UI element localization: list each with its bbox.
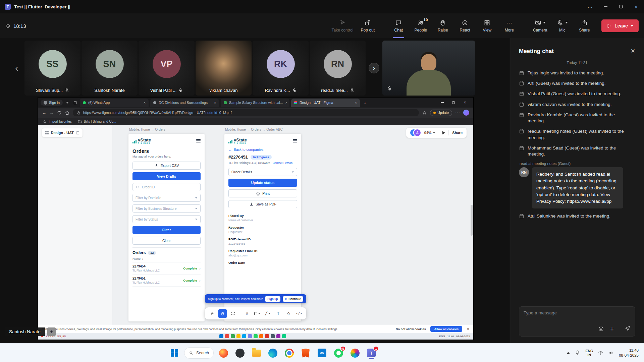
taskbar-app-colorball[interactable] — [348, 346, 362, 360]
browser-tab[interactable]: (6) WhatsApp × — [80, 99, 149, 107]
raise-hand-button[interactable]: Raise — [432, 13, 454, 38]
app-icon[interactable] — [259, 334, 263, 338]
pop-out-button[interactable]: Pop out — [357, 13, 379, 38]
move-tool-button[interactable] — [208, 309, 217, 318]
hamburger-menu-icon[interactable] — [196, 138, 201, 142]
favorite-star-icon[interactable] — [422, 110, 427, 115]
tab-close-icon[interactable]: × — [355, 101, 357, 105]
take-control-button[interactable]: Take control — [328, 13, 357, 38]
tray-expand-icon[interactable] — [567, 352, 570, 354]
chat-input-box[interactable]: + — [519, 306, 635, 337]
frame-label[interactable]: Mobile: Home → Orders → Order ABC — [225, 128, 283, 131]
import-favorites-button[interactable]: Import favorites — [43, 119, 72, 124]
taskbar-app-teams[interactable]: T 1 — [365, 346, 378, 360]
app-icon[interactable] — [231, 334, 235, 338]
people-button[interactable]: 10 People — [410, 13, 432, 38]
browser-minimize-button[interactable] — [436, 98, 448, 108]
mic-button[interactable]: Mic — [551, 13, 573, 38]
browser-tab-active[interactable]: Design - UAT - Figma × — [291, 99, 360, 107]
participant-tile[interactable]: RK Ravindra K... — [253, 41, 309, 96]
app-icon[interactable] — [271, 334, 275, 338]
participant-tile[interactable]: RN read.ai mee... — [310, 41, 366, 96]
leave-dropdown-chevron-icon[interactable] — [631, 25, 633, 27]
participant-tile[interactable]: VP Vishal Patil ... — [139, 41, 195, 96]
browser-update-button[interactable]: Update — [430, 110, 452, 116]
tray-mic-icon[interactable] — [575, 350, 580, 356]
tab-close-icon[interactable]: × — [285, 101, 287, 105]
update-status-button[interactable]: Update status — [228, 179, 297, 187]
canvas-scrollbar[interactable] — [471, 205, 473, 236]
emoji-icon[interactable] — [598, 326, 604, 332]
send-icon[interactable] — [625, 325, 631, 331]
leave-button[interactable]: Leave — [601, 19, 639, 32]
back-button[interactable]: ← — [42, 110, 46, 115]
maximize-button[interactable] — [613, 0, 629, 13]
comment-tool-button[interactable] — [228, 309, 237, 318]
favorites-folder-button[interactable]: Bills | Billing and Co... — [78, 119, 116, 124]
taskbar-app-vscode[interactable]: <> — [315, 346, 329, 360]
chat-button[interactable]: Chat — [387, 13, 410, 38]
camera-dropdown-chevron-icon[interactable] — [543, 22, 546, 23]
browser-menu-button[interactable]: ··· — [455, 110, 460, 115]
figma-share-button[interactable]: Share — [452, 131, 463, 135]
shape-tool-button[interactable] — [253, 309, 262, 318]
frame-label[interactable]: Mobile: Home → Orders — [129, 128, 165, 131]
close-button[interactable]: × — [629, 0, 644, 13]
camera-button[interactable]: Camera — [529, 13, 551, 38]
taskbar-app-whatsapp[interactable]: 81 — [332, 346, 345, 360]
forward-button[interactable]: → — [49, 110, 54, 115]
back-to-companies-link[interactable]: ← Back to companies — [228, 147, 297, 152]
dev-mode-button[interactable]: </> — [294, 309, 304, 318]
chat-close-icon[interactable]: ✕ — [631, 48, 635, 55]
export-csv-button[interactable]: Export CSV — [132, 162, 201, 170]
minimize-button[interactable] — [598, 0, 613, 13]
continue-with-google-button[interactable]: G Continue — [283, 296, 303, 302]
present-play-button[interactable] — [442, 131, 445, 134]
allow-cookies-button[interactable]: Allow all cookies — [430, 326, 462, 332]
order-row[interactable]: 2279451 TL Flex Holdings LLC Complete › — [132, 275, 201, 287]
participant-tile[interactable]: SN Santosh Narate — [82, 41, 138, 96]
react-button[interactable]: React — [454, 13, 476, 38]
copy-icon[interactable] — [76, 131, 79, 134]
filmstrip-next-button[interactable]: › — [369, 63, 379, 73]
filmstrip-prev-button[interactable]: ‹ — [10, 62, 23, 74]
view-button[interactable]: View — [476, 13, 498, 38]
volume-icon[interactable] — [608, 350, 614, 356]
tab-layout-button[interactable] — [72, 101, 78, 104]
filter-domicile-select[interactable]: Filter by Domicile — [132, 194, 201, 202]
taskbar-app-chrome[interactable] — [282, 346, 296, 360]
filter-business-structure-select[interactable]: Filter by Business Structure — [132, 204, 201, 213]
order-id-search-input[interactable]: Order ID — [132, 183, 201, 191]
deny-cookies-button[interactable]: Do not allow cookies — [396, 327, 426, 331]
pin-presenter-button[interactable]: + — [47, 327, 56, 336]
filter-button[interactable]: Filter — [132, 226, 201, 234]
app-icon[interactable] — [265, 334, 269, 338]
hand-tool-button[interactable] — [218, 309, 227, 318]
app-icon[interactable] — [236, 334, 240, 338]
taskbar-search[interactable]: Search — [184, 347, 214, 359]
participant-tile-video[interactable] — [382, 41, 475, 96]
home-icon[interactable] — [65, 110, 70, 115]
browser-tab[interactable]: DC Divisions and Surroundings × — [150, 99, 219, 107]
taskbar-app-brave[interactable] — [299, 346, 312, 360]
language-switcher[interactable]: ENG IN — [585, 349, 593, 357]
app-icon[interactable] — [254, 334, 258, 338]
collaborator-avatar[interactable]: A — [414, 129, 421, 136]
tab-close-icon[interactable]: × — [214, 101, 216, 105]
contact-person-link[interactable]: Contact-Person — [273, 161, 292, 165]
window-more-button[interactable]: ··· — [582, 0, 598, 13]
component-tool-button[interactable]: ◇ — [284, 309, 293, 318]
chat-message-list[interactable]: Tejas Ingle was invited to the meeting. … — [510, 70, 644, 306]
chat-message-input[interactable] — [524, 310, 631, 315]
participant-tile[interactable]: SS Shivani Sup... — [24, 41, 80, 96]
text-tool-button[interactable]: T — [274, 309, 283, 318]
browser-close-button[interactable]: × — [459, 98, 471, 108]
filter-status-select[interactable]: Filter by Status — [132, 215, 201, 223]
hamburger-menu-icon[interactable] — [293, 138, 297, 142]
taskbar-app-edge[interactable] — [266, 346, 279, 360]
browser-sign-in-button[interactable]: Sign in — [41, 100, 63, 106]
browser-maximize-button[interactable] — [448, 98, 459, 108]
attach-plus-icon[interactable]: + — [610, 326, 614, 332]
sign-up-button[interactable]: Sign up — [265, 296, 280, 302]
browser-profile-avatar[interactable] — [463, 110, 469, 116]
